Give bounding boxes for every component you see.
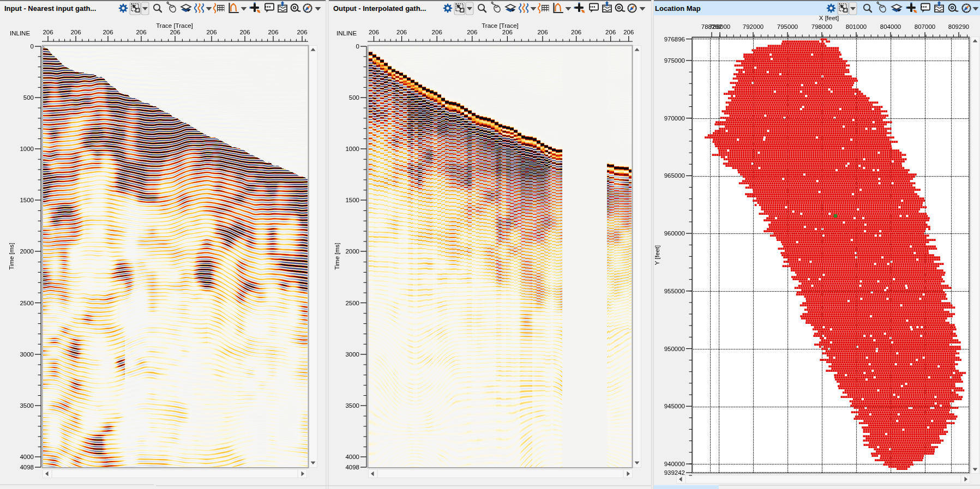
- svg-text:3500: 3500: [345, 402, 359, 409]
- svg-text:206: 206: [571, 29, 581, 35]
- svg-text:206: 206: [239, 29, 250, 35]
- svg-text:Trace [Trace]: Trace [Trace]: [156, 22, 193, 29]
- svg-text:206: 206: [369, 29, 379, 35]
- svg-text:INLINE: INLINE: [10, 30, 30, 37]
- svg-text:500: 500: [23, 94, 34, 101]
- svg-text:206: 206: [170, 29, 180, 35]
- svg-text:2000: 2000: [20, 248, 34, 255]
- svg-text:Time [ms]: Time [ms]: [334, 243, 340, 270]
- svg-text:1500: 1500: [20, 197, 34, 203]
- svg-text:1500: 1500: [345, 197, 359, 203]
- svg-text:4000: 4000: [20, 454, 34, 460]
- svg-text:Trace [Trace]: Trace [Trace]: [482, 22, 519, 29]
- svg-text:798000: 798000: [811, 23, 832, 30]
- svg-text:960000: 960000: [664, 230, 685, 237]
- svg-text:206: 206: [103, 29, 113, 35]
- svg-text:500: 500: [349, 94, 359, 101]
- svg-text:795000: 795000: [777, 23, 798, 30]
- svg-text:975000: 975000: [664, 57, 685, 64]
- svg-text:1000: 1000: [345, 146, 359, 152]
- svg-text:206: 206: [43, 29, 53, 35]
- svg-text:206: 206: [136, 29, 146, 35]
- svg-text:792000: 792000: [743, 23, 763, 30]
- svg-text:2000: 2000: [345, 248, 359, 255]
- svg-text:976896: 976896: [664, 36, 685, 43]
- svg-text:2500: 2500: [345, 300, 359, 306]
- svg-text:206: 206: [502, 29, 513, 35]
- svg-text:950000: 950000: [664, 346, 685, 352]
- svg-text:206: 206: [396, 29, 407, 35]
- svg-text:1000: 1000: [20, 146, 34, 152]
- svg-text:0: 0: [356, 43, 359, 50]
- svg-text:965000: 965000: [664, 172, 685, 179]
- svg-text:804000: 804000: [880, 23, 901, 30]
- svg-text:801000: 801000: [846, 23, 867, 30]
- svg-text:807000: 807000: [915, 23, 935, 30]
- svg-text:3000: 3000: [345, 351, 359, 358]
- svg-text:206: 206: [432, 29, 442, 35]
- svg-text:Time [ms]: Time [ms]: [8, 243, 15, 270]
- svg-text:955000: 955000: [664, 288, 685, 294]
- svg-text:206: 206: [297, 29, 307, 35]
- svg-text:789000: 789000: [710, 23, 730, 30]
- svg-text:Y [feet]: Y [feet]: [654, 245, 660, 265]
- svg-text:206: 206: [206, 29, 217, 35]
- svg-text:206: 206: [623, 29, 634, 35]
- svg-text:0: 0: [31, 43, 34, 50]
- svg-text:INLINE: INLINE: [336, 30, 357, 37]
- svg-text:4098: 4098: [20, 464, 34, 470]
- svg-text:206: 206: [467, 29, 477, 35]
- svg-text:206: 206: [268, 29, 278, 35]
- svg-text:4098: 4098: [345, 464, 359, 470]
- svg-text:809290: 809290: [948, 23, 969, 30]
- svg-text:X [feet]: X [feet]: [819, 15, 839, 21]
- svg-text:939242: 939242: [664, 469, 685, 476]
- svg-text:970000: 970000: [664, 115, 685, 122]
- svg-text:206: 206: [537, 29, 548, 35]
- svg-text:4000: 4000: [345, 454, 359, 460]
- svg-text:2500: 2500: [20, 300, 34, 306]
- svg-text:3000: 3000: [20, 351, 34, 358]
- svg-text:3500: 3500: [20, 402, 34, 409]
- svg-text:206: 206: [605, 29, 616, 35]
- svg-text:206: 206: [70, 29, 81, 35]
- svg-text:945000: 945000: [664, 403, 685, 409]
- svg-text:940000: 940000: [664, 461, 685, 467]
